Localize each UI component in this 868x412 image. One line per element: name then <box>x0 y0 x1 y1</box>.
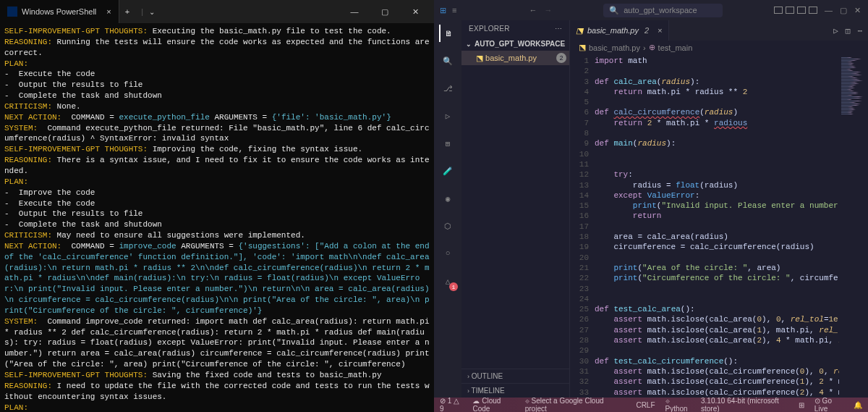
line-numbers-gutter: 1234567891011121314151617181920212223242… <box>570 54 595 398</box>
status-bar: ⊘ 1 △ 9 ☁ Cloud Code ⟐ Select a Google C… <box>434 398 868 412</box>
testing-icon[interactable]: 🧪 <box>439 162 456 180</box>
warning-triangle-icon[interactable]: △1 <box>439 272 456 290</box>
explorer-more-icon[interactable]: ⋯ <box>555 25 562 33</box>
python-file-icon: ⬔ <box>476 54 483 62</box>
powershell-window: Windows PowerShell × + | ⌄ — ▢ ✕ SELF-IM… <box>0 0 434 412</box>
nav-forward-icon[interactable]: → <box>544 6 552 14</box>
explorer-header: EXPLORER ⋯ <box>461 20 569 37</box>
vscode-logo-icon: ⊞ <box>440 6 446 15</box>
maximize-button[interactable]: ▢ <box>840 6 847 15</box>
command-center-text: auto_gpt_workspace <box>624 6 697 14</box>
python-file-icon: ⬔ <box>579 43 586 52</box>
close-tab-icon[interactable]: × <box>658 26 662 35</box>
file-name-label: basic_math.py <box>485 54 537 62</box>
source-control-icon[interactable]: ⎇ <box>439 80 456 97</box>
status-language[interactable]: ⟐ Python <box>665 397 691 412</box>
close-button[interactable]: ✕ <box>405 7 425 17</box>
status-cloud-code[interactable]: ☁ Cloud Code <box>472 397 514 412</box>
status-go-live[interactable]: ⊙ Go Live <box>814 397 843 412</box>
editor-area: ⬔ basic_math.py 2 × ▷ ◫ ⋯ ⬔ basic_math.p… <box>570 20 868 398</box>
nav-back-icon[interactable]: ← <box>529 6 537 14</box>
github-icon[interactable]: ○ <box>439 245 456 262</box>
extensions-icon[interactable]: ⊞ <box>439 135 456 152</box>
chevron-right-icon: › <box>467 387 469 395</box>
explorer-title: EXPLORER <box>469 25 510 33</box>
vscode-titlebar: ⊞ ≡ ← → 🔍 auto_gpt_workspace — ▢ ✕ <box>434 0 868 20</box>
new-tab-button[interactable]: + <box>119 7 135 16</box>
outline-section[interactable]: › OUTLINE <box>461 369 569 383</box>
editor-tabs: ⬔ basic_math.py 2 × ▷ ◫ ⋯ <box>570 20 868 41</box>
tab-dropdown-icon[interactable]: ⌄ <box>149 8 155 16</box>
activity-bar: 🗎 🔍 ⎇ ▷ ⊞ 🧪 ◉ ⬡ ○ △1 <box>434 20 461 398</box>
vscode-window: ⊞ ≡ ← → 🔍 auto_gpt_workspace — ▢ ✕ 🗎 🔍 ⎇… <box>434 0 868 412</box>
remote-icon[interactable]: ◉ <box>439 190 456 207</box>
status-gcp-project[interactable]: ⟐ Select a Google Cloud project <box>525 397 616 412</box>
run-icon[interactable]: ▷ <box>833 26 838 35</box>
layout-toggles[interactable] <box>774 7 817 14</box>
status-bell-icon[interactable]: 🔔 <box>854 401 862 409</box>
terminal-output[interactable]: SELF-IMPROVEMENT-GPT THOUGHTS: Executing… <box>0 23 434 412</box>
chevron-right-icon: › <box>643 43 646 52</box>
maximize-button[interactable]: ▢ <box>375 7 395 17</box>
workspace-root[interactable]: ⌄ AUTO_GPT_WORKSPACE <box>461 37 569 51</box>
cloud-code-icon[interactable]: ⬡ <box>439 217 456 235</box>
chevron-right-icon: › <box>467 373 469 380</box>
breadcrumb-file: basic_math.py <box>589 43 640 52</box>
status-eol[interactable]: CRLF <box>636 401 655 409</box>
breadcrumb[interactable]: ⬔ basic_math.py › ⊕ test_main <box>570 41 868 54</box>
powershell-titlebar: Windows PowerShell × + | ⌄ — ▢ ✕ <box>0 0 434 23</box>
tab-mod-count: 2 <box>644 26 649 35</box>
symbol-method-icon: ⊕ <box>649 43 655 52</box>
close-button[interactable]: ✕ <box>854 6 861 15</box>
minimize-button[interactable]: — <box>825 6 833 14</box>
split-editor-icon[interactable]: ◫ <box>846 26 851 35</box>
root-folder-label: AUTO_GPT_WORKSPACE <box>475 40 565 48</box>
status-interpreter[interactable]: 3.10.10 64-bit (microsoft store) <box>701 397 788 412</box>
search-icon: 🔍 <box>609 6 619 15</box>
search-icon[interactable]: 🔍 <box>439 52 456 70</box>
hamburger-menu-icon[interactable]: ≡ <box>452 6 456 15</box>
status-layout[interactable]: ⊞ <box>799 401 804 409</box>
more-actions-icon[interactable]: ⋯ <box>857 26 862 35</box>
powershell-tab-title: Windows PowerShell <box>22 7 96 16</box>
activity-badge: 1 <box>449 282 458 291</box>
tab-separator: | <box>135 7 149 16</box>
powershell-icon <box>7 7 17 17</box>
explorer-icon[interactable]: 🗎 <box>439 25 456 42</box>
run-debug-icon[interactable]: ▷ <box>439 107 456 125</box>
chevron-down-icon: ⌄ <box>466 41 472 48</box>
problems-badge: 2 <box>556 53 566 63</box>
minimize-button[interactable]: — <box>344 7 365 16</box>
breadcrumb-symbol: test_main <box>658 43 693 52</box>
close-tab-icon[interactable]: × <box>106 7 111 16</box>
minimap[interactable] <box>839 54 868 398</box>
python-file-icon: ⬔ <box>576 26 583 35</box>
explorer-panel: EXPLORER ⋯ ⌄ AUTO_GPT_WORKSPACE ⬔ basic_… <box>461 20 570 398</box>
timeline-section[interactable]: › TIMELINE <box>461 383 569 398</box>
status-problems[interactable]: ⊘ 1 △ 9 <box>440 397 462 412</box>
tab-file-name: basic_math.py <box>587 26 639 35</box>
command-center[interactable]: 🔍 auto_gpt_workspace <box>603 4 723 17</box>
file-item-basic-math[interactable]: ⬔ basic_math.py 2 <box>461 51 569 65</box>
editor-tab-basic-math[interactable]: ⬔ basic_math.py 2 × <box>570 20 669 41</box>
powershell-tab[interactable]: Windows PowerShell × <box>0 0 119 23</box>
code-editor[interactable]: import math def calc_area(radius): retur… <box>595 54 839 398</box>
